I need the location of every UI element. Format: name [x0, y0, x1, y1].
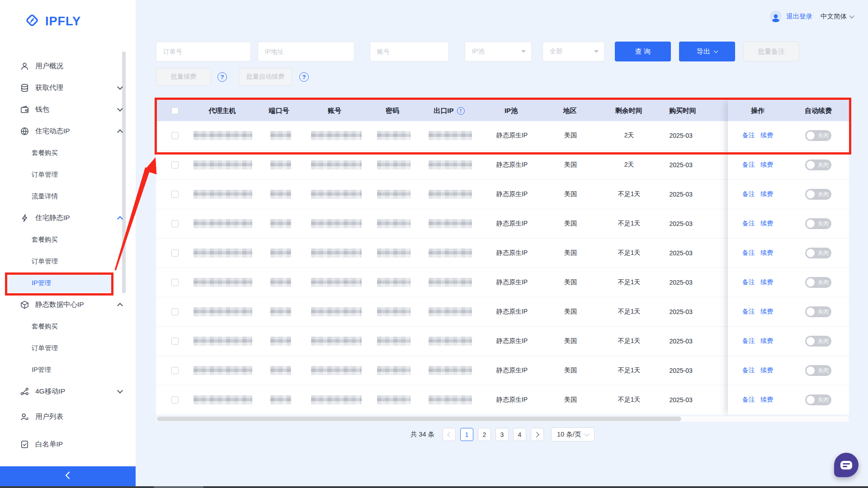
- row-checkbox[interactable]: [171, 308, 179, 315]
- logout-button[interactable]: 退出登录: [786, 12, 812, 21]
- select-all-checkbox[interactable]: [171, 107, 179, 114]
- sidebar-collapse-button[interactable]: [0, 466, 136, 486]
- auto-renew-toggle[interactable]: 关闭: [805, 248, 831, 258]
- sidebar-item-3[interactable]: 住宅动态IP: [0, 120, 136, 142]
- batch-auto-renew-button[interactable]: 批量自动续费: [239, 68, 292, 86]
- sidebar-item-13[interactable]: 订单管理: [0, 337, 136, 359]
- sidebar-item-0[interactable]: 用户概况: [0, 55, 136, 77]
- page-button-4[interactable]: 4: [513, 428, 526, 441]
- batch-renew-button[interactable]: 批量续费: [156, 68, 211, 86]
- actions-cell: 备注 续费: [728, 268, 788, 297]
- redacted-port: [270, 307, 291, 316]
- sidebar-item-14[interactable]: IP管理: [0, 359, 136, 380]
- row-checkbox[interactable]: [171, 191, 179, 198]
- auto-renew-toggle[interactable]: 关闭: [805, 336, 831, 347]
- renew-link[interactable]: 续费: [760, 131, 773, 140]
- renew-link[interactable]: 续费: [760, 366, 773, 375]
- horizontal-scrollbar-thumb[interactable]: [157, 417, 681, 421]
- row-checkbox[interactable]: [171, 279, 179, 286]
- redacted-password: [377, 366, 410, 375]
- search-button[interactable]: 查 询: [615, 42, 671, 61]
- auto-renew-toggle[interactable]: 关闭: [805, 218, 831, 229]
- select-arrow-icon: [594, 50, 599, 53]
- info-icon[interactable]: !: [457, 107, 465, 115]
- chevron-up-icon: [117, 303, 123, 309]
- redacted-account: [311, 307, 362, 316]
- sidebar-item-17[interactable]: 白名单IP: [0, 433, 136, 455]
- auto-renew-toggle[interactable]: 关闭: [805, 306, 831, 317]
- renew-link[interactable]: 续费: [760, 278, 773, 286]
- renew-link[interactable]: 续费: [760, 249, 773, 257]
- redacted-password: [377, 190, 410, 199]
- renew-link[interactable]: 续费: [760, 161, 773, 169]
- auto-renew-toggle[interactable]: 关闭: [805, 189, 831, 200]
- page-button-2[interactable]: 2: [478, 428, 491, 441]
- status-select[interactable]: 全部: [542, 42, 604, 61]
- row-checkbox[interactable]: [171, 396, 179, 404]
- auto-renew-toggle[interactable]: 关闭: [805, 394, 831, 405]
- note-link[interactable]: 备注: [742, 366, 755, 375]
- help-icon[interactable]: ?: [217, 72, 227, 82]
- note-link[interactable]: 备注: [742, 161, 755, 169]
- note-link[interactable]: 备注: [742, 190, 755, 198]
- sidebar-item-10-active[interactable]: IP管理: [0, 272, 136, 294]
- ip-pool-cell: 静态原生IP: [476, 327, 547, 356]
- row-checkbox[interactable]: [171, 367, 179, 374]
- user-avatar-icon[interactable]: [770, 10, 782, 22]
- row-checkbox[interactable]: [171, 132, 179, 139]
- note-link[interactable]: 备注: [742, 396, 755, 404]
- sidebar-item-12[interactable]: 套餐购买: [0, 315, 136, 337]
- page-button-3[interactable]: 3: [495, 428, 509, 441]
- note-link[interactable]: 备注: [742, 308, 755, 316]
- note-link[interactable]: 备注: [742, 337, 755, 345]
- sidebar-item-6[interactable]: 流量详情: [0, 185, 136, 207]
- export-button[interactable]: 导出: [679, 42, 735, 61]
- sidebar-item-8[interactable]: 套餐购买: [0, 229, 136, 250]
- sidebar-item-5[interactable]: 订单管理: [0, 164, 136, 185]
- sidebar-item-7[interactable]: 住宅静态IP: [0, 207, 136, 229]
- row-checkbox[interactable]: [171, 220, 179, 227]
- toggle-state-label: 关闭: [818, 191, 829, 198]
- sidebar-item-16[interactable]: 用户列表: [0, 406, 136, 427]
- next-page-button[interactable]: [531, 428, 544, 441]
- note-link[interactable]: 备注: [742, 249, 755, 257]
- remaining-time-cell: 不足1天: [594, 209, 665, 239]
- note-link[interactable]: 备注: [742, 131, 755, 140]
- sidebar-item-11[interactable]: 静态数据中心IP: [0, 294, 136, 315]
- row-checkbox[interactable]: [171, 161, 179, 169]
- renew-link[interactable]: 续费: [760, 396, 773, 404]
- ip-address-input[interactable]: [258, 42, 354, 61]
- note-link[interactable]: 备注: [742, 220, 755, 228]
- row-checkbox[interactable]: [171, 338, 179, 345]
- renew-link[interactable]: 续费: [760, 220, 773, 228]
- batch-note-button[interactable]: 批量备注: [743, 42, 799, 61]
- sidebar-item-1[interactable]: 获取代理: [0, 77, 136, 99]
- toggle-state-label: 关闭: [818, 249, 829, 257]
- page-button-1[interactable]: 1: [460, 428, 473, 441]
- renew-link[interactable]: 续费: [760, 337, 773, 345]
- account-input[interactable]: [370, 42, 449, 61]
- auto-renew-toggle[interactable]: 关闭: [805, 160, 831, 170]
- table-row-fixed: 备注 续费 关闭: [728, 385, 849, 415]
- note-link[interactable]: 备注: [742, 278, 755, 286]
- language-selector[interactable]: 中文简体: [821, 12, 854, 21]
- sidebar-item-15[interactable]: 4G移动IP: [0, 380, 136, 402]
- help-icon[interactable]: ?: [299, 72, 309, 82]
- sidebar-item-4[interactable]: 套餐购买: [0, 142, 136, 164]
- prev-page-button[interactable]: [443, 428, 456, 441]
- sidebar-scrollbar-thumb[interactable]: [122, 52, 126, 293]
- sidebar-item-9[interactable]: 订单管理: [0, 250, 136, 272]
- renew-link[interactable]: 续费: [760, 308, 773, 316]
- order-number-input[interactable]: [156, 42, 251, 61]
- auto-renew-toggle[interactable]: 关闭: [805, 130, 831, 141]
- ip-pool-select[interactable]: IP池: [465, 42, 532, 61]
- row-checkbox[interactable]: [171, 249, 179, 257]
- sidebar-item-2[interactable]: 钱包: [0, 99, 136, 120]
- auto-renew-toggle[interactable]: 关闭: [805, 365, 831, 376]
- chat-widget-button[interactable]: [834, 453, 859, 477]
- redacted-account: [311, 278, 362, 287]
- renew-link[interactable]: 续费: [760, 190, 773, 198]
- redacted-port: [270, 395, 291, 404]
- page-size-select[interactable]: 10 条/页: [551, 427, 594, 441]
- auto-renew-toggle[interactable]: 关闭: [805, 277, 831, 288]
